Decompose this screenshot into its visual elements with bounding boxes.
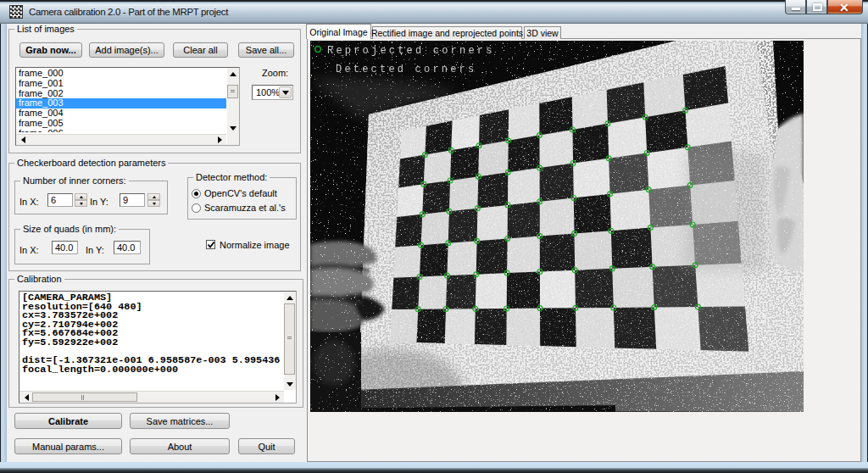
svg-text:Reprojected corners: Reprojected corners [327, 45, 495, 57]
svg-text:Detected corners: Detected corners [336, 64, 476, 75]
